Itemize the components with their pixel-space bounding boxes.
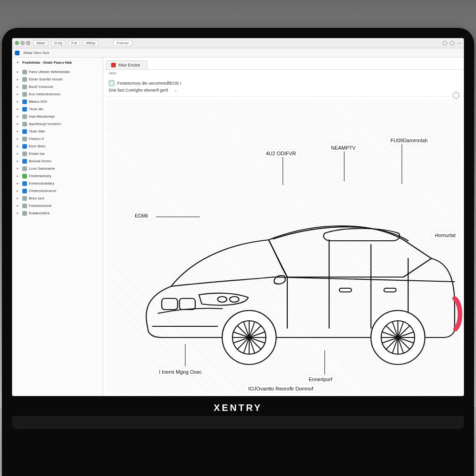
- tree-item-label: Fans Ulteser Iteticherials: [29, 69, 70, 75]
- tree-item-icon: [22, 189, 27, 193]
- tree-item-icon: [22, 122, 27, 126]
- tree-item-label: Feseru-V: [29, 136, 44, 142]
- main-panel: Miur Enutre Vers Festeturnury die oecomn…: [103, 58, 464, 396]
- tab-label: Miur Enutre: [119, 63, 140, 67]
- tree-item-icon: [22, 129, 27, 134]
- tree-header-label: Fostetetar · Dealr Fasru Hab: [22, 60, 72, 66]
- help-icon[interactable]: [453, 92, 459, 99]
- window-control[interactable]: [26, 41, 30, 45]
- tree-item-icon: [22, 107, 27, 112]
- tree[interactable]: ▸Fans Ulteser Iteticherials▸Ebrar Scerfe…: [12, 66, 103, 396]
- chrome-button[interactable]: [450, 41, 455, 46]
- toolbar-title: Sitsar Secr Sorr: [23, 51, 49, 55]
- chevron-down-icon[interactable]: ⌄: [174, 88, 178, 93]
- tree-item[interactable]: ▸Tiran Stér: [12, 128, 103, 135]
- info-bar: Festeturnury die oecomnedfiEOE I Drie fa…: [103, 77, 464, 97]
- window-control[interactable]: [15, 41, 19, 45]
- callout-roof-mid[interactable]: NEAMPTV: [328, 144, 358, 152]
- svg-rect-0: [162, 298, 178, 310]
- window-chrome: Saan D.dq Fut trittup Futrour —: [12, 38, 464, 48]
- window-control[interactable]: [20, 41, 25, 45]
- tree-item-label: Tiran Stér: [29, 128, 45, 135]
- tree-item-icon: [22, 196, 27, 201]
- tree-item-label: Loxs Sansnarre: [29, 165, 55, 172]
- tree-item[interactable]: ▸Ticse lác: [12, 106, 103, 113]
- tree-item[interactable]: ▸Bosoal Donro: [12, 158, 103, 165]
- tree-item[interactable]: ▸Fans Ulteser Iteticherials: [12, 68, 103, 76]
- info-line: Drie fact Cortrighe ekenerfi gerš: [109, 88, 168, 93]
- tree-item[interactable]: ▸Eraiancsthre: [12, 210, 103, 217]
- tree-item[interactable]: ▸Elorr Bres: [12, 143, 103, 150]
- callout-front-lower[interactable]: I Inemi Mgng Ovec: [156, 368, 205, 376]
- tree-item[interactable]: ▸Hsa Meusbneyr: [12, 113, 103, 120]
- tree-item-icon: [22, 181, 27, 186]
- tree-item-icon: [22, 85, 27, 89]
- tree-item[interactable]: ▸Ennerctsrartary: [12, 180, 103, 187]
- chrome-segment[interactable]: Fut: [68, 40, 80, 46]
- tree-item[interactable]: ▸Bsolt Corscore: [12, 83, 103, 91]
- tree-item-label: Elorr Bres: [29, 143, 46, 150]
- chrome-segment[interactable]: D.dq: [51, 40, 66, 46]
- tree-item-label: Bres ssol: [29, 195, 44, 202]
- tab-bar: Miur Enutre: [103, 58, 464, 70]
- callout-roof-left[interactable]: 4U2 ODIFVR: [263, 150, 299, 157]
- tree-item-icon: [22, 152, 27, 156]
- sidebar: ▾ Fostetetar · Dealr Fasru Hab ▸Fans Ult…: [12, 58, 103, 396]
- tree-item[interactable]: ▸Eoc Iretioneremors: [12, 91, 103, 98]
- tree-item-icon: [22, 92, 27, 97]
- app-icon: [15, 51, 20, 55]
- tree-item-icon: [22, 99, 27, 104]
- tree-item-icon: [22, 114, 27, 119]
- tree-item-icon: [22, 70, 27, 74]
- tree-item-label: Ebrar Scerfet Vooret: [29, 76, 62, 83]
- svg-rect-1: [179, 298, 195, 310]
- chrome-min-icon[interactable]: —: [457, 41, 461, 45]
- tree-item-label: Ensar Ica: [29, 151, 45, 157]
- tree-item-label: Eoc Iretioneremors: [29, 91, 60, 98]
- tab-icon: [111, 63, 116, 67]
- tree-item[interactable]: ▸Ensar Ica: [12, 150, 103, 158]
- diagram-canvas[interactable]: EDlil6 4U2 ODIFVR NEAMPTV FU09Dammnlah H…: [106, 99, 461, 393]
- info-icon: [109, 80, 114, 86]
- tree-item-icon: [22, 174, 27, 178]
- chrome-button[interactable]: [443, 41, 447, 46]
- chrome-segment[interactable]: Saan: [33, 40, 48, 46]
- tree-item-label: Bosoal Donro: [29, 158, 51, 165]
- tree-item-label: Hsa Meusbneyr: [29, 113, 55, 120]
- tree-item-icon: [22, 144, 27, 149]
- keyboard: [61, 432, 415, 476]
- tree-item[interactable]: ▸Festenaresiry: [12, 172, 103, 180]
- tree-item[interactable]: ▸Loxs Sansnarre: [12, 165, 103, 172]
- tree-item[interactable]: ▸Ctreecctusronorl: [12, 187, 103, 195]
- tree-item-icon: [22, 166, 27, 171]
- tree-item[interactable]: ▸Bres ssol: [12, 195, 103, 202]
- chrome-tab[interactable]: Futrour: [113, 40, 132, 46]
- tree-item-label: Ennerctsrartary: [29, 180, 54, 187]
- tree-item-label: Bleers DOf: [29, 99, 47, 105]
- tree-item-label: Ctreecctusronorl: [29, 188, 56, 194]
- tree-item-label: Bsolt Corscore: [29, 84, 53, 90]
- tree-item-icon: [22, 77, 27, 82]
- callout-under-mid[interactable]: Ennerlporf: [306, 376, 335, 383]
- tree-item-label: Festoeressral: [29, 203, 51, 209]
- laptop-brand: XENTRY: [12, 396, 464, 416]
- tree-item[interactable]: ▸Festoeressral: [12, 202, 103, 210]
- hinge: [12, 416, 464, 429]
- tree-item-icon: [22, 211, 27, 216]
- tab[interactable]: Miur Enutre: [106, 60, 147, 69]
- tree-item-label: Ayorfesoyl Vorserrc: [29, 121, 61, 127]
- tree-header: ▾ Fostetetar · Dealr Fasru Hab: [12, 58, 103, 66]
- tree-item-label: Festenaresiry: [29, 173, 51, 179]
- tree-item[interactable]: ▸Ebrar Scerfet Vooret: [12, 76, 103, 83]
- tree-item[interactable]: ▸Feseru-V: [12, 135, 103, 143]
- tree-item[interactable]: ▸Ayorfesoyl Vorserrc: [12, 120, 103, 128]
- svg-rect-4: [339, 288, 351, 292]
- toolbar: Sitsar Secr Sorr: [12, 48, 464, 58]
- tree-item-label: Eraiancsthre: [29, 210, 50, 217]
- tree-item[interactable]: ▸Bleers DOf: [12, 98, 103, 106]
- screen: Saan D.dq Fut trittup Futrour — Sitsar S…: [12, 38, 464, 396]
- callout-under-long[interactable]: IOJOvantto Reoroftr Domnof: [245, 385, 316, 392]
- callout-roof-right[interactable]: FU09Dammnlah: [388, 137, 430, 144]
- chrome-segment[interactable]: trittup: [83, 40, 99, 46]
- tree-item-icon: [22, 137, 27, 141]
